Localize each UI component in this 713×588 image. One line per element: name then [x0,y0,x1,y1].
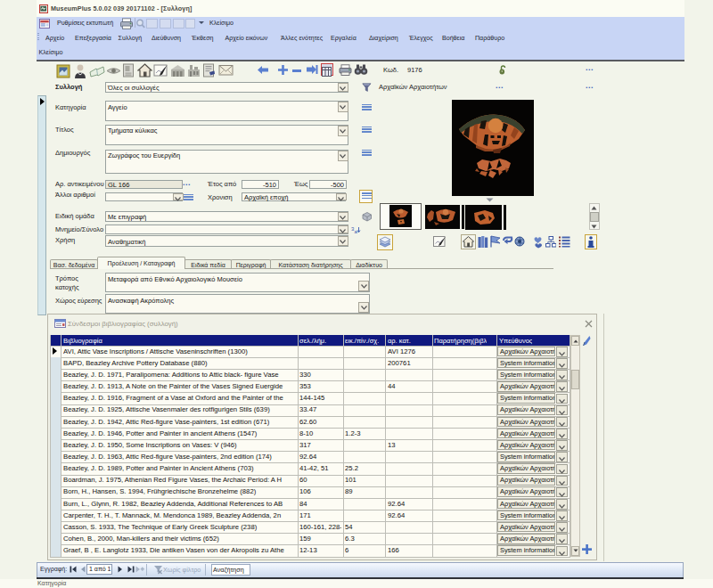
svg-text:a: a [355,229,358,234]
